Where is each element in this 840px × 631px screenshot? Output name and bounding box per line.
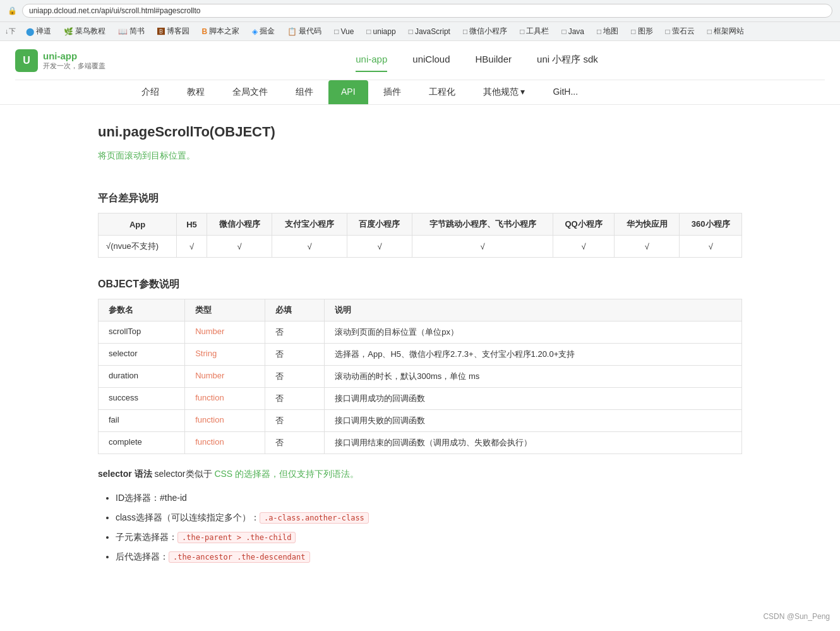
main-nav: uni-app uniCloud HBuilder uni 小程序 sdk: [129, 49, 825, 72]
sub-nav-intro[interactable]: 介绍: [129, 80, 172, 104]
logo-text: uni-app 开发一次，多端覆盖: [43, 51, 105, 71]
params-row: durationNumber否滚动动画的时长，默认300ms，单位 ms: [99, 366, 742, 388]
platform-col-huawei: 华为快应用: [614, 213, 679, 236]
section1-title: 平台差异说明: [98, 192, 742, 205]
platform-alipay-val: √: [272, 236, 347, 258]
bookmarks-arrow: ↓下: [5, 27, 16, 36]
nav-unicloud[interactable]: uniCloud: [412, 49, 450, 72]
param-type: function: [185, 388, 265, 410]
selector-list: ID选择器：#the-idclass选择器（可以连续指定多个）：.a-class…: [98, 488, 742, 566]
sub-nav-global[interactable]: 全局文件: [220, 80, 280, 104]
url-bar[interactable]: uniapp.dcloud.net.cn/api/ui/scroll.html#…: [22, 4, 832, 18]
bookmark-cainiao[interactable]: 🌿 菜鸟教程: [61, 25, 108, 38]
sub-nav-plugins[interactable]: 插件: [371, 80, 414, 104]
param-required: 否: [265, 322, 324, 344]
param-name: fail: [99, 410, 185, 432]
sub-nav-tutorial[interactable]: 教程: [174, 80, 217, 104]
platform-table-container: App H5 微信小程序 支付宝小程序 百度小程序 字节跳动小程序、飞书小程序 …: [98, 213, 742, 263]
bookmark-jianshu[interactable]: 📖 简书: [116, 25, 147, 38]
sub-nav-components[interactable]: 组件: [283, 80, 326, 104]
page-title: uni.pageScrollTo(OBJECT): [98, 124, 742, 140]
sub-nav-github[interactable]: GitH...: [540, 80, 591, 104]
content-wrapper: uni.pageScrollTo(OBJECT) 将页面滚动到目标位置。 平台差…: [73, 105, 767, 586]
params-table: 参数名 类型 必填 说明 scrollTopNumber否滚动到页面的目标位置（…: [98, 299, 742, 454]
platform-bytedance-val: √: [412, 236, 553, 258]
sub-nav-engineering[interactable]: 工程化: [416, 80, 468, 104]
list-item: 子元素选择器：.the-parent > .the-child: [116, 527, 742, 547]
css-link[interactable]: CSS 的选择器，但仅支持下列语法。: [214, 469, 359, 479]
params-col-name: 参数名: [99, 299, 185, 322]
param-name: selector: [99, 344, 185, 366]
bookmark-juejin[interactable]: ◈ 掘金: [249, 25, 277, 38]
bookmark-yingshiyun[interactable]: □ 萤石云: [663, 25, 697, 38]
param-name: success: [99, 388, 185, 410]
platform-h5-val: √: [177, 236, 207, 258]
platform-col-alipay: 支付宝小程序: [272, 213, 347, 236]
platform-baidu-val: √: [347, 236, 412, 258]
param-desc: 选择器，App、H5、微信小程序2.7.3+、支付宝小程序1.20.0+支持: [325, 344, 742, 366]
site-header: U uni-app 开发一次，多端覆盖 uni-app uniCloud HBu…: [0, 41, 840, 105]
bookmark-vue[interactable]: □ Vue: [332, 26, 356, 37]
bookmark-jiaobenzhi[interactable]: B 脚本之家: [200, 25, 243, 38]
platform-row: √(nvue不支持) √ √ √ √ √ √ √ √: [99, 236, 742, 258]
bookmark-zuidaima[interactable]: 📋 最代码: [285, 25, 324, 38]
nav-uniapp[interactable]: uni-app: [356, 49, 387, 72]
params-row: failfunction否接口调用失败的回调函数: [99, 410, 742, 432]
sub-nav-api[interactable]: API: [328, 80, 368, 104]
platform-col-360: 360小程序: [680, 213, 742, 236]
bookmark-weixin[interactable]: □ 微信小程序: [460, 25, 510, 38]
param-type: Number: [185, 366, 265, 388]
params-row: selectorString否选择器，App、H5、微信小程序2.7.3+、支付…: [99, 344, 742, 366]
platform-col-bytedance: 字节跳动小程序、飞书小程序: [412, 213, 553, 236]
bookmark-javascript[interactable]: □ JavaScript: [406, 26, 453, 37]
platform-table: App H5 微信小程序 支付宝小程序 百度小程序 字节跳动小程序、飞书小程序 …: [98, 213, 742, 258]
bookmark-java[interactable]: □ Java: [559, 26, 587, 37]
bookmark-tools[interactable]: □ 工具栏: [517, 25, 551, 38]
bookmark-uniapp[interactable]: □ uniapp: [364, 26, 398, 37]
bookmark-maps[interactable]: □ 地图: [594, 25, 621, 38]
params-col-desc: 说明: [325, 299, 742, 322]
sub-nav: 介绍 教程 全局文件 组件 API 插件 工程化 其他规范 GitH...: [15, 80, 825, 104]
param-name: duration: [99, 366, 185, 388]
param-type: Number: [185, 322, 265, 344]
param-name: scrollTop: [99, 322, 185, 344]
logo-icon: U: [15, 49, 38, 72]
logo-area[interactable]: U uni-app 开发一次，多端覆盖: [15, 49, 129, 72]
bookmark-cnblogs[interactable]: 🅱 博客园: [155, 25, 192, 38]
platform-huawei-val: √: [614, 236, 679, 258]
param-type: function: [185, 432, 265, 454]
platform-col-h5: H5: [177, 213, 207, 236]
sub-nav-other[interactable]: 其他规范: [471, 80, 538, 104]
bookmark-framework[interactable]: □ 框架网站: [705, 25, 747, 38]
param-type: String: [185, 344, 265, 366]
platform-360-val: √: [680, 236, 742, 258]
bookmarks-bar: ↓下 ⬤ 禅道 🌿 菜鸟教程 📖 简书 🅱 博客园 B 脚本之家 ◈ 掘金 📋 …: [0, 22, 840, 41]
param-required: 否: [265, 366, 324, 388]
platform-col-app: App: [99, 213, 177, 236]
browser-bar: 🔒 uniapp.dcloud.net.cn/api/ui/scroll.htm…: [0, 0, 840, 22]
page-subtitle[interactable]: 将页面滚动到目标位置。: [98, 150, 195, 162]
bookmark-zhandao[interactable]: ⬤ 禅道: [23, 25, 54, 38]
platform-app-val: √(nvue不支持): [99, 236, 177, 258]
section2-title: OBJECT参数说明: [98, 278, 742, 291]
params-row: scrollTopNumber否滚动到页面的目标位置（单位px）: [99, 322, 742, 344]
param-desc: 滚动动画的时长，默认300ms，单位 ms: [325, 366, 742, 388]
platform-qq-val: √: [553, 236, 615, 258]
nav-hbuilder[interactable]: HBuilder: [476, 49, 512, 72]
logo-title: uni-app: [43, 51, 105, 61]
params-row: successfunction否接口调用成功的回调函数: [99, 388, 742, 410]
param-desc: 接口调用失败的回调函数: [325, 410, 742, 432]
lock-icon: 🔒: [8, 6, 17, 15]
param-required: 否: [265, 410, 324, 432]
list-item: class选择器（可以连续指定多个）：.a-class.another-clas…: [116, 508, 742, 527]
platform-col-qq: QQ小程序: [553, 213, 615, 236]
list-item: ID选择器：#the-id: [116, 488, 742, 508]
nav-sdk[interactable]: uni 小程序 sdk: [537, 49, 598, 72]
param-desc: 滚动到页面的目标位置（单位px）: [325, 322, 742, 344]
platform-weixin-val: √: [207, 236, 272, 258]
bookmark-graphics[interactable]: □ 图形: [628, 25, 655, 38]
logo-subtitle: 开发一次，多端覆盖: [43, 61, 105, 71]
param-desc: 接口调用成功的回调函数: [325, 388, 742, 410]
params-row: completefunction否接口调用结束的回调函数（调用成功、失败都会执行…: [99, 432, 742, 454]
param-type: function: [185, 410, 265, 432]
